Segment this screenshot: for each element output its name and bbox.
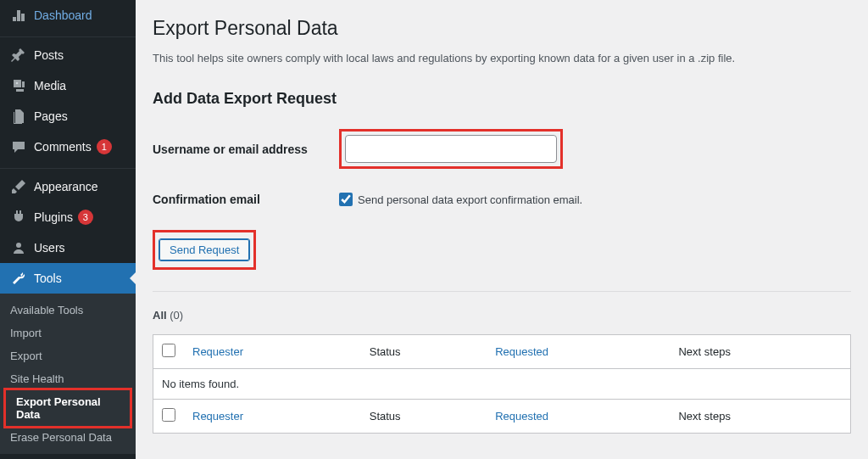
annotation-highlight: Export Personal Data xyxy=(3,388,132,428)
sidebar-label: Posts xyxy=(34,48,64,62)
sidebar-item-tools[interactable]: Tools xyxy=(0,263,136,294)
plugins-badge: 3 xyxy=(78,210,93,225)
col-requester[interactable]: Requester xyxy=(192,410,243,423)
submenu-site-health[interactable]: Site Health xyxy=(0,367,136,390)
sidebar-item-appearance[interactable]: Appearance xyxy=(0,171,136,202)
sidebar-item-comments[interactable]: Comments 1 xyxy=(0,132,136,162)
confirmation-label: Confirmation email xyxy=(153,193,339,206)
confirmation-checkbox[interactable] xyxy=(339,193,353,206)
sidebar-item-posts[interactable]: Posts xyxy=(0,40,136,70)
submenu-import[interactable]: Import xyxy=(0,322,136,344)
view-all-count: (0) xyxy=(170,309,183,322)
sidebar-item-dashboard[interactable]: Dashboard xyxy=(0,0,136,31)
media-icon xyxy=(10,77,27,94)
row-username: Username or email address xyxy=(153,129,851,169)
comments-badge: 1 xyxy=(97,139,112,154)
plug-icon xyxy=(10,209,27,226)
sidebar-label: Users xyxy=(34,241,65,255)
brush-icon xyxy=(10,178,27,195)
sidebar-label: Tools xyxy=(34,271,62,285)
pin-icon xyxy=(10,47,27,64)
sidebar-label: Dashboard xyxy=(34,8,92,22)
submenu-available-tools[interactable]: Available Tools xyxy=(0,299,136,322)
sidebar-label: Appearance xyxy=(34,180,98,193)
sidebar-label: Comments xyxy=(34,140,92,154)
sidebar-label: Pages xyxy=(34,109,68,123)
comment-icon xyxy=(10,138,27,155)
col-status: Status xyxy=(370,410,401,423)
list-views: All (0) xyxy=(153,309,851,322)
submenu-export[interactable]: Export xyxy=(0,344,136,367)
sidebar-item-users[interactable]: Users xyxy=(0,232,136,263)
confirmation-checkbox-wrap[interactable]: Send personal data export confirmation e… xyxy=(339,193,582,206)
page-description: This tool helps site owners comply with … xyxy=(153,52,851,64)
pages-icon xyxy=(10,108,27,125)
col-requested[interactable]: Requested xyxy=(495,410,548,423)
sidebar-label: Plugins xyxy=(34,210,73,224)
dashboard-icon xyxy=(10,7,27,24)
annotation-highlight: Send Request xyxy=(153,230,256,270)
col-requested[interactable]: Requested xyxy=(495,345,548,358)
col-status: Status xyxy=(370,345,401,358)
send-request-button[interactable]: Send Request xyxy=(159,238,250,261)
col-next-steps: Next steps xyxy=(678,345,730,358)
page-title: Export Personal Data xyxy=(153,17,851,40)
separator xyxy=(0,33,136,37)
requests-table: Requester Status Requested Next steps No… xyxy=(153,334,851,434)
col-requester[interactable]: Requester xyxy=(192,345,243,358)
form-heading: Add Data Export Request xyxy=(153,90,851,108)
sidebar-item-plugins[interactable]: Plugins 3 xyxy=(0,202,136,232)
sidebar-item-pages[interactable]: Pages xyxy=(0,101,136,132)
table-row-empty: No items found. xyxy=(153,368,850,399)
username-input[interactable] xyxy=(345,135,557,163)
confirmation-checkbox-label: Send personal data export confirmation e… xyxy=(358,193,582,206)
view-all[interactable]: All xyxy=(153,309,167,322)
svg-point-1 xyxy=(16,243,21,248)
separator xyxy=(0,165,136,169)
svg-point-0 xyxy=(16,82,19,85)
annotation-highlight xyxy=(339,129,563,169)
username-label: Username or email address xyxy=(153,143,339,156)
users-icon xyxy=(10,239,27,256)
select-all-bottom[interactable] xyxy=(162,408,175,422)
select-all-top[interactable] xyxy=(162,344,175,357)
submenu-erase-personal-data[interactable]: Erase Personal Data xyxy=(0,426,136,449)
divider xyxy=(153,291,851,292)
row-confirmation: Confirmation email Send personal data ex… xyxy=(153,193,851,206)
sidebar-item-media[interactable]: Media xyxy=(0,70,136,101)
sidebar-label: Media xyxy=(34,79,66,92)
submenu-export-personal-data[interactable]: Export Personal Data xyxy=(6,390,130,426)
no-items: No items found. xyxy=(153,368,850,399)
col-next-steps: Next steps xyxy=(678,410,730,423)
wrench-icon xyxy=(10,270,27,287)
admin-sidebar: Dashboard Posts Media Pages Comments 1 A… xyxy=(0,0,136,459)
main-content: Export Personal Data This tool helps sit… xyxy=(136,0,868,459)
tools-submenu: Available Tools Import Export Site Healt… xyxy=(0,294,136,454)
